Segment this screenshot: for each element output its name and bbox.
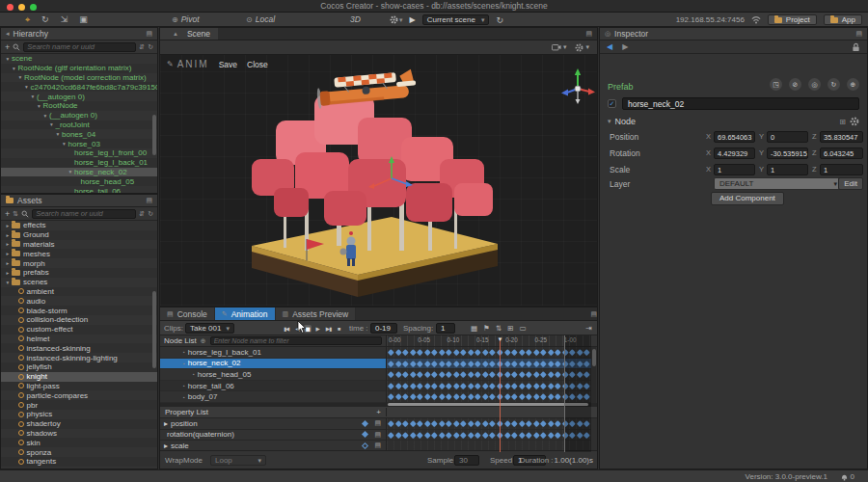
keyframe-diamond[interactable] xyxy=(388,393,393,399)
scale-y-field[interactable]: 1 xyxy=(767,164,808,175)
keyframe-diamond[interactable] xyxy=(519,432,525,438)
tree-item-bones_04[interactable]: ▾bones_04 xyxy=(1,129,157,139)
keyframe-diamond[interactable] xyxy=(548,420,554,426)
anim-node-horse_head_05[interactable]: ▪horse_head_05 xyxy=(160,369,387,381)
keyframe-diamond[interactable] xyxy=(417,371,422,377)
expand-arrow-icon[interactable]: ▾ xyxy=(29,94,37,99)
tree-item-physics[interactable]: physics xyxy=(1,410,157,419)
keyframe-diamond[interactable] xyxy=(504,349,510,355)
keyframe-diamond[interactable] xyxy=(526,383,531,388)
keyframe-diamond[interactable] xyxy=(468,420,474,426)
keyframe-diamond[interactable] xyxy=(533,383,539,388)
keyframe-diamond[interactable] xyxy=(395,349,401,355)
tree-item-(__autogen 0)[interactable]: ▾(__autogen 0) xyxy=(1,92,157,101)
keyframe-diamond[interactable] xyxy=(388,420,393,426)
keyframe-diamond[interactable] xyxy=(431,393,437,399)
keyframe-diamond[interactable] xyxy=(395,361,401,366)
keyframe-diamond[interactable] xyxy=(439,383,445,388)
keyframe-diamond[interactable] xyxy=(489,420,495,426)
expand-arrow-icon[interactable]: ▾ xyxy=(4,280,12,285)
prefab-open-icon[interactable]: ◳ xyxy=(770,78,782,91)
keyframe-diamond[interactable] xyxy=(489,432,495,438)
expand-arrow-icon[interactable]: ▾ xyxy=(36,103,43,109)
keyframe-diamond[interactable] xyxy=(388,361,393,366)
keyframe-diamond[interactable] xyxy=(402,371,408,377)
prefab-locate-icon[interactable]: ◎ xyxy=(808,78,821,91)
keyframe-diamond[interactable] xyxy=(519,383,525,388)
anim-node-body_07[interactable]: ▪body_07 xyxy=(160,391,387,403)
expand-arrow-icon[interactable]: ▸ xyxy=(4,232,12,238)
keyframe-diamond[interactable] xyxy=(395,371,401,377)
tree-item-ambient[interactable]: ambient xyxy=(1,287,157,297)
tree-item-scene[interactable]: ▾scene xyxy=(1,54,157,64)
keyframe-diamond[interactable] xyxy=(446,393,451,399)
tree-item-pbr[interactable]: pbr xyxy=(1,400,157,410)
expand-arrow-icon[interactable]: ▾ xyxy=(11,66,18,71)
keyframe-diamond[interactable] xyxy=(511,393,517,399)
keyframe-diamond[interactable] xyxy=(439,361,445,366)
keyframe-diamond[interactable] xyxy=(511,432,517,438)
tree-item-particle-compares[interactable]: particle-compares xyxy=(1,390,157,400)
expand-arrow-icon[interactable]: ▾ xyxy=(4,56,12,62)
tree-item-morph[interactable]: ▸morph xyxy=(1,258,157,268)
keyframe-diamond[interactable] xyxy=(388,383,393,388)
copy-node-icon[interactable]: ⊞ xyxy=(839,118,846,126)
node-section-header[interactable]: ▾ Node ⊞ xyxy=(608,116,859,127)
keyframe-diamond[interactable] xyxy=(431,383,437,388)
tree-item-blade-storm[interactable]: blade-storm xyxy=(1,306,157,315)
keyframe-diamond[interactable] xyxy=(431,349,437,355)
keyframe-diamond[interactable] xyxy=(504,371,510,377)
keyframe-diamond[interactable] xyxy=(446,371,451,377)
tree-item-collision-detection[interactable]: collision-detection xyxy=(1,315,157,325)
tree-item-horse_leg_l_back_01[interactable]: horse_leg_l_back_01 xyxy=(1,158,157,168)
tree-item-c2470420cd6847fe6bd8c7a79c391504.fbx[interactable]: ▾c2470420cd6847fe6bd8c7a79c391504.fbx xyxy=(1,82,157,92)
keyframe-diamond[interactable] xyxy=(446,383,451,388)
add-property-button[interactable]: + xyxy=(376,408,381,416)
keyframe-diamond[interactable] xyxy=(526,432,531,438)
expand-arrow-icon[interactable]: ▸ xyxy=(4,260,12,266)
keyframe-diamond[interactable] xyxy=(410,361,416,366)
tab-console[interactable]: ▤Console xyxy=(160,308,215,320)
grid-view-icon[interactable]: ▦ xyxy=(471,324,477,333)
keyframe-diamond[interactable] xyxy=(482,371,488,377)
keyframe-diamond[interactable] xyxy=(388,371,393,377)
add-node-button[interactable]: + xyxy=(5,42,10,52)
keyframe-diamond[interactable] xyxy=(453,361,459,366)
panel-menu-icon[interactable]: ▤ xyxy=(146,197,152,204)
panel-menu-icon[interactable]: ▤ xyxy=(585,30,592,38)
refresh-icon[interactable]: ↻ xyxy=(148,210,153,218)
exit-animation-icon[interactable]: ⇥ xyxy=(585,324,592,333)
event-flag-icon[interactable]: ⚑ xyxy=(483,324,490,333)
keyframe-diamond[interactable] xyxy=(388,349,393,355)
expand-arrow-icon[interactable]: ▾ xyxy=(16,74,24,80)
keyframe-diamond[interactable] xyxy=(526,349,531,355)
scale-x-field[interactable]: 1 xyxy=(714,164,755,175)
keyframe-diamond[interactable] xyxy=(417,383,422,388)
keyframe-diamond[interactable] xyxy=(388,432,393,438)
swap-order-icon[interactable]: ⇅ xyxy=(496,324,502,333)
keyframe-diamond[interactable] xyxy=(519,420,525,426)
keyframe-diamond[interactable] xyxy=(446,349,451,355)
keyframe-diamond[interactable] xyxy=(417,420,422,426)
clip-select-dropdown[interactable]: Take 001 ▾ xyxy=(185,321,234,335)
keyframe-diamond[interactable] xyxy=(533,371,539,377)
expand-arrow-icon[interactable]: ▾ xyxy=(61,141,68,147)
timeline-ruler[interactable]: 0-000-050-100-150-200-251-00 xyxy=(387,335,591,346)
expand-all-icon[interactable]: ⇵ xyxy=(139,210,145,218)
prefab-restore-icon[interactable]: ↻ xyxy=(827,78,840,91)
keyframe-diamond[interactable] xyxy=(453,349,459,355)
keyframe-diamond[interactable] xyxy=(395,432,401,438)
hierarchy-scrollbar[interactable] xyxy=(152,115,156,155)
anim-close-button[interactable]: Close xyxy=(247,60,268,69)
skip-to-start-button[interactable]: ▮◀ xyxy=(282,325,290,333)
keyframe-diamond[interactable] xyxy=(439,349,445,355)
minimize-window-button[interactable] xyxy=(18,4,25,11)
tree-item-instanced-skinning[interactable]: instanced-skinning xyxy=(1,343,157,353)
keyframe-toggle-icon[interactable] xyxy=(362,420,368,427)
property-menu-icon[interactable]: ▤ xyxy=(374,431,381,439)
anim-save-button[interactable]: Save xyxy=(219,60,237,69)
ground-block[interactable] xyxy=(252,217,498,297)
playhead-marker[interactable]: ▼ xyxy=(498,336,503,342)
keyframe-toggle-icon[interactable] xyxy=(362,442,368,449)
keyframe-toggle-icon[interactable] xyxy=(362,431,368,438)
